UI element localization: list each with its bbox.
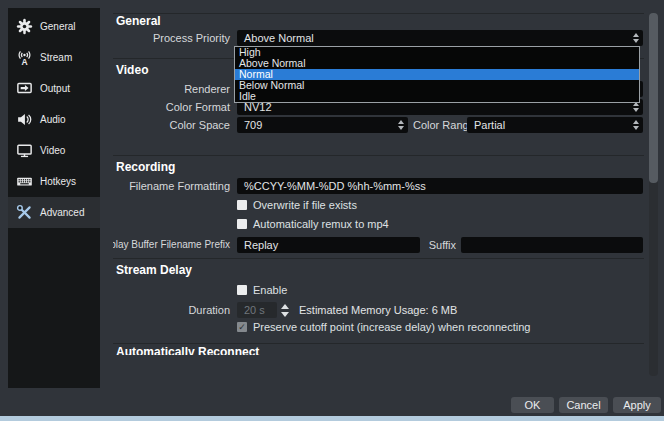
svg-text:A: A	[21, 57, 27, 66]
sidebar-item-hotkeys[interactable]: Hotkeys	[8, 166, 100, 197]
color-format-label: Color Format	[113, 99, 230, 115]
sidebar-item-stream[interactable]: A Stream	[8, 42, 100, 73]
color-range-value: Partial	[474, 119, 505, 131]
checkbox-box[interactable]	[237, 219, 247, 229]
replay-prefix-input[interactable]: Replay	[237, 237, 420, 253]
overwrite-checkbox[interactable]: Overwrite if file exists	[237, 199, 357, 211]
monitor-icon	[15, 142, 33, 160]
tools-icon	[15, 204, 33, 222]
gear-icon	[15, 18, 33, 36]
divider	[113, 343, 644, 344]
overwrite-checkbox-label: Overwrite if file exists	[253, 199, 357, 211]
remux-checkbox-label: Automatically remux to mp4	[253, 218, 389, 230]
replay-prefix-label: Replay Buffer Filename Prefix	[113, 237, 230, 253]
settings-sidebar: General A Stream	[8, 8, 100, 388]
enable-delay-checkbox[interactable]: Enable	[237, 284, 287, 296]
suffix-label: Suffix	[428, 237, 456, 253]
enable-delay-checkbox-label: Enable	[253, 284, 287, 296]
sidebar-label: Audio	[40, 114, 66, 125]
sidebar-label: Stream	[40, 52, 72, 63]
process-priority-combobox[interactable]: Above Normal	[237, 30, 643, 46]
ok-button[interactable]: OK	[511, 397, 554, 413]
checkbox-box[interactable]	[237, 322, 247, 332]
settings-dialog: General A Stream	[0, 0, 664, 421]
sidebar-item-audio[interactable]: Audio	[8, 104, 100, 135]
color-range-label: Color Range	[413, 117, 462, 133]
section-header-auto-reconnect: Automatically Reconnect	[116, 345, 259, 355]
section-header-video: Video	[116, 63, 148, 77]
sidebar-item-general[interactable]: General	[8, 11, 100, 42]
sidebar-label: Video	[40, 145, 65, 156]
section-header-general: General	[116, 14, 161, 28]
stepper-icon[interactable]	[633, 33, 639, 43]
divider	[113, 13, 644, 14]
sidebar-label: General	[40, 21, 76, 32]
divider	[113, 155, 644, 156]
duration-input[interactable]: 20 s	[237, 302, 277, 318]
suffix-input[interactable]	[461, 237, 643, 253]
stepper-icon[interactable]	[633, 120, 639, 130]
settings-content-pane: General Process Priority Above Normal Vi…	[113, 8, 647, 355]
apply-button[interactable]: Apply	[613, 397, 661, 413]
sidebar-item-advanced[interactable]: Advanced	[8, 197, 100, 228]
duration-stepper-icon[interactable]	[281, 304, 289, 317]
sidebar-label: Output	[40, 83, 70, 94]
dropdown-option[interactable]: Above Normal	[235, 58, 639, 69]
keyboard-icon	[15, 173, 33, 191]
estimated-memory-text: Estimated Memory Usage: 6 MB	[299, 302, 457, 318]
divider	[113, 258, 644, 259]
section-header-stream-delay: Stream Delay	[116, 263, 192, 277]
dropdown-option[interactable]: Idle	[235, 91, 639, 102]
filename-formatting-input[interactable]: %CCYY-%MM-%DD %hh-%mm-%ss	[237, 178, 643, 194]
color-space-value: 709	[244, 119, 262, 131]
preserve-cutoff-checkbox-label: Preserve cutoff point (increase delay) w…	[253, 321, 530, 333]
color-space-combobox[interactable]: 709	[237, 117, 408, 133]
remux-checkbox[interactable]: Automatically remux to mp4	[237, 218, 389, 230]
process-priority-label: Process Priority	[113, 30, 230, 46]
preserve-cutoff-checkbox[interactable]: Preserve cutoff point (increase delay) w…	[237, 321, 530, 333]
sidebar-label: Advanced	[40, 207, 84, 218]
scrollbar-thumb[interactable]	[649, 13, 658, 183]
stepper-icon[interactable]	[398, 120, 404, 130]
sidebar-item-video[interactable]: Video	[8, 135, 100, 166]
checkbox-box[interactable]	[237, 200, 247, 210]
speaker-icon	[15, 111, 33, 129]
stepper-icon[interactable]	[633, 102, 639, 112]
sidebar-label: Hotkeys	[40, 176, 76, 187]
renderer-label: Renderer	[113, 81, 230, 97]
process-priority-value: Above Normal	[244, 32, 314, 44]
output-icon	[15, 80, 33, 98]
section-header-recording: Recording	[116, 160, 175, 174]
dropdown-option[interactable]: Below Normal	[235, 80, 639, 91]
color-space-label: Color Space	[113, 117, 230, 133]
color-range-combobox[interactable]: Partial	[467, 117, 643, 133]
filename-formatting-label: Filename Formatting	[113, 178, 230, 194]
process-priority-dropdown-list: High Above Normal Normal Below Normal Id…	[234, 46, 640, 103]
sidebar-item-output[interactable]: Output	[8, 73, 100, 104]
duration-label: Duration	[113, 302, 230, 318]
window-bottom-edge	[0, 416, 664, 421]
broadcast-icon: A	[15, 49, 33, 67]
checkbox-box[interactable]	[237, 285, 247, 295]
cancel-button[interactable]: Cancel	[559, 397, 608, 413]
